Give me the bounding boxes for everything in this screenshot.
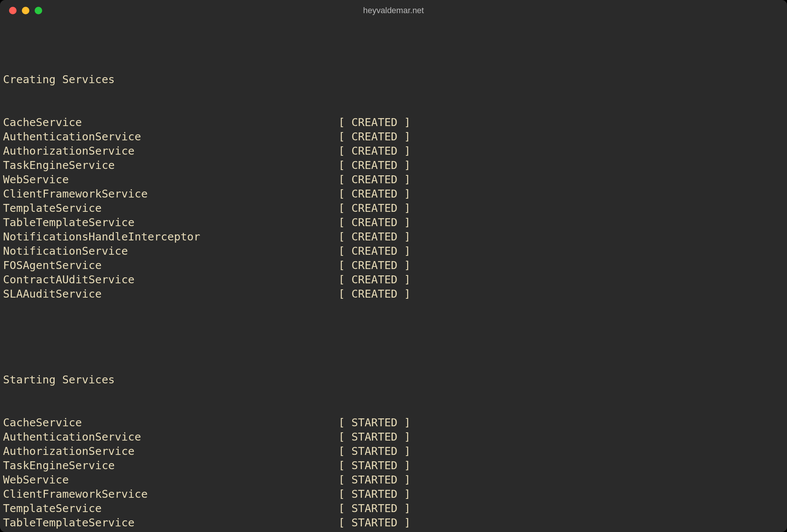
service-name: TableTemplateService bbox=[3, 215, 338, 230]
service-row: TableTemplateService[ STARTED ] bbox=[3, 515, 784, 530]
service-row: FOSAgentService[ CREATED ] bbox=[3, 258, 784, 272]
service-name: AuthorizationService bbox=[3, 444, 338, 458]
service-name: TaskEngineService bbox=[3, 158, 338, 172]
service-row: NotificationsHandleInterceptor[ CREATED … bbox=[3, 230, 784, 244]
status-started: [ STARTED ] bbox=[338, 530, 410, 532]
service-name: TableTemplateService bbox=[3, 515, 338, 530]
status-created: [ CREATED ] bbox=[338, 272, 410, 287]
service-name: TemplateService bbox=[3, 501, 338, 515]
window-title: heyvaldemar.net bbox=[0, 6, 787, 15]
service-name: NotificationService bbox=[3, 244, 338, 258]
service-name: FOSAgentService bbox=[3, 258, 338, 272]
service-name: AuthenticationService bbox=[3, 129, 338, 144]
status-started: [ STARTED ] bbox=[338, 415, 410, 430]
service-name: TaskEngineService bbox=[3, 458, 338, 473]
service-row: WebService[ STARTED ] bbox=[3, 473, 784, 487]
zoom-icon[interactable] bbox=[35, 7, 42, 14]
service-name: WebService bbox=[3, 473, 338, 487]
traffic-lights bbox=[0, 7, 42, 14]
service-row: AuthenticationService[ CREATED ] bbox=[3, 129, 784, 144]
status-created: [ CREATED ] bbox=[338, 201, 410, 215]
service-row: SLAAuditService[ CREATED ] bbox=[3, 287, 784, 301]
service-name: WebService bbox=[3, 172, 338, 187]
status-created: [ CREATED ] bbox=[338, 287, 410, 301]
service-row: WebService[ CREATED ] bbox=[3, 172, 784, 187]
status-started: [ STARTED ] bbox=[338, 458, 410, 473]
service-name: CacheService bbox=[3, 115, 338, 129]
service-name: TemplateService bbox=[3, 201, 338, 215]
section-header-creating: Creating Services bbox=[3, 72, 784, 87]
service-name: AuthorizationService bbox=[3, 144, 338, 158]
service-row: AuthenticationService[ STARTED ] bbox=[3, 430, 784, 444]
status-started: [ STARTED ] bbox=[338, 501, 410, 515]
service-row: ClientFrameworkService[ STARTED ] bbox=[3, 487, 784, 501]
service-row: NotificationService[ CREATED ] bbox=[3, 244, 784, 258]
section-header-starting: Starting Services bbox=[3, 372, 784, 387]
status-started: [ STARTED ] bbox=[338, 430, 410, 444]
service-row: AuthorizationService[ STARTED ] bbox=[3, 444, 784, 458]
service-name: SLAAuditService bbox=[3, 287, 338, 301]
status-started: [ STARTED ] bbox=[338, 487, 410, 501]
terminal-window: heyvaldemar.net Creating Services CacheS… bbox=[0, 0, 787, 532]
service-row: TemplateService[ STARTED ] bbox=[3, 501, 784, 515]
service-name: ClientFrameworkService bbox=[3, 187, 338, 201]
service-row: ClientFrameworkService[ CREATED ] bbox=[3, 187, 784, 201]
status-created: [ CREATED ] bbox=[338, 115, 410, 129]
service-name: NotificationsHandleInterceptor bbox=[3, 530, 338, 532]
status-created: [ CREATED ] bbox=[338, 215, 410, 230]
service-row: TemplateService[ CREATED ] bbox=[3, 201, 784, 215]
close-icon[interactable] bbox=[9, 7, 17, 14]
minimize-icon[interactable] bbox=[22, 7, 29, 14]
status-created: [ CREATED ] bbox=[338, 258, 410, 272]
status-created: [ CREATED ] bbox=[338, 172, 410, 187]
service-name: ContractAUditService bbox=[3, 272, 338, 287]
service-row: TaskEngineService[ CREATED ] bbox=[3, 158, 784, 172]
titlebar: heyvaldemar.net bbox=[0, 0, 787, 21]
service-row: TaskEngineService[ STARTED ] bbox=[3, 458, 784, 473]
status-created: [ CREATED ] bbox=[338, 144, 410, 158]
service-row: CacheService[ CREATED ] bbox=[3, 115, 784, 129]
service-row: TableTemplateService[ CREATED ] bbox=[3, 215, 784, 230]
status-created: [ CREATED ] bbox=[338, 187, 410, 201]
status-created: [ CREATED ] bbox=[338, 230, 410, 244]
status-started: [ STARTED ] bbox=[338, 444, 410, 458]
status-created: [ CREATED ] bbox=[338, 158, 410, 172]
service-name: CacheService bbox=[3, 415, 338, 430]
service-row: AuthorizationService[ CREATED ] bbox=[3, 144, 784, 158]
service-row: ContractAUditService[ CREATED ] bbox=[3, 272, 784, 287]
status-created: [ CREATED ] bbox=[338, 129, 410, 144]
service-row: NotificationsHandleInterceptor[ STARTED … bbox=[3, 530, 784, 532]
service-row: CacheService[ STARTED ] bbox=[3, 415, 784, 430]
terminal-output[interactable]: Creating Services CacheService[ CREATED … bbox=[0, 21, 787, 532]
blank-line bbox=[3, 330, 784, 344]
status-created: [ CREATED ] bbox=[338, 244, 410, 258]
status-started: [ STARTED ] bbox=[338, 515, 410, 530]
status-started: [ STARTED ] bbox=[338, 473, 410, 487]
service-name: AuthenticationService bbox=[3, 430, 338, 444]
service-name: ClientFrameworkService bbox=[3, 487, 338, 501]
service-name: NotificationsHandleInterceptor bbox=[3, 230, 338, 244]
